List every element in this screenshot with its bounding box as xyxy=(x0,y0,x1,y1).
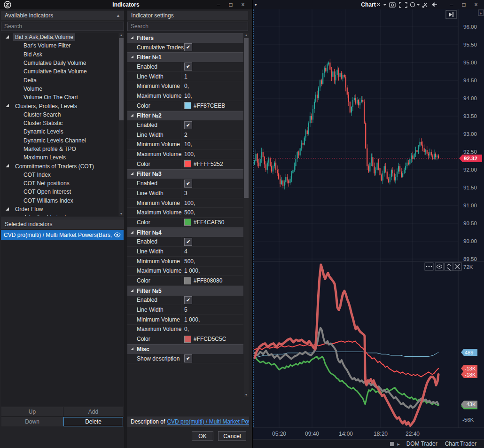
tree-item[interactable]: Maximum Levels xyxy=(1,153,118,162)
scroll-down-icon[interactable]: ▼ xyxy=(119,212,124,216)
setting-value-cell[interactable]: ✔ xyxy=(181,62,243,71)
tree-group[interactable]: Order Flow xyxy=(1,205,118,213)
minimize-icon[interactable]: – xyxy=(445,0,458,9)
setting-value[interactable]: 500, xyxy=(184,258,195,265)
setting-value-cell[interactable]: 1 xyxy=(181,72,243,81)
tree-scrollbar[interactable]: ▲ ▼ xyxy=(119,33,124,216)
settings-group-header[interactable]: Filters xyxy=(127,33,243,43)
setting-value[interactable]: 1 000, xyxy=(184,316,200,323)
chart-titlebar[interactable]: ▾ Chart xyxy=(253,0,484,9)
settings-group-header[interactable]: Misc xyxy=(127,344,243,354)
tree-group[interactable]: Clusters, Profiles, Levels xyxy=(1,102,118,110)
color-swatch[interactable] xyxy=(184,160,191,167)
scroll-down-icon[interactable]: ▼ xyxy=(244,393,249,397)
available-search-input[interactable] xyxy=(1,22,124,31)
checkbox-checked[interactable]: ✔ xyxy=(184,43,192,51)
close-icon[interactable]: × xyxy=(470,0,482,9)
setting-value-cell[interactable]: 5 xyxy=(181,305,243,314)
setting-value-cell[interactable]: 10, xyxy=(181,140,243,149)
tree-item[interactable]: Cumulative Delta Volume xyxy=(1,67,118,76)
add-button[interactable]: Add xyxy=(63,407,123,417)
tree-item[interactable]: Dynamic Levels Channel xyxy=(1,136,118,145)
tree-item[interactable]: COT Williams Index xyxy=(1,196,118,205)
setting-value[interactable]: 0, xyxy=(184,83,189,89)
setting-value-cell[interactable]: 0, xyxy=(181,81,243,91)
visibility-eye-icon[interactable] xyxy=(114,232,121,237)
setting-value-cell[interactable]: 100, xyxy=(181,149,243,159)
tree-item[interactable]: Adaptive big trades xyxy=(1,213,118,216)
collapse-arrow-icon[interactable]: ▲ xyxy=(116,13,120,18)
setting-value-cell[interactable]: 4 xyxy=(181,247,243,256)
setting-value[interactable]: 100, xyxy=(184,151,195,157)
setting-value-cell[interactable]: 2 xyxy=(181,130,243,140)
selected-indicator-item[interactable]: CVD pro(multi) / Multi Market Powers(Bar… xyxy=(1,230,124,240)
price-chart[interactable]: 96.0095.5095.0094.5094.0093.5093.0092.50… xyxy=(253,9,484,440)
setting-value-cell[interactable]: #FF4CAF50 xyxy=(181,218,243,227)
settings-group-header[interactable]: Filter №5 xyxy=(127,286,243,296)
setting-value-cell[interactable]: 0, xyxy=(181,325,243,334)
setting-value[interactable]: 500, xyxy=(184,209,195,216)
tree-item[interactable]: Volume xyxy=(1,85,118,93)
tree-item[interactable]: Volume On The Chart xyxy=(1,93,118,102)
color-swatch[interactable] xyxy=(184,219,191,226)
setting-value-cell[interactable]: #FF87CEEB xyxy=(181,101,243,110)
tree-scroll-thumb[interactable] xyxy=(119,38,124,120)
setting-value[interactable]: 10, xyxy=(184,93,192,99)
scroll-up-icon[interactable]: ▲ xyxy=(119,33,124,38)
setting-value-cell[interactable]: #FFFF5252 xyxy=(181,159,243,169)
settings-group-header[interactable]: Filter №1 xyxy=(127,52,243,62)
settings-group-header[interactable]: Filter №2 xyxy=(127,111,243,121)
setting-value-cell[interactable]: ✔ xyxy=(181,237,243,246)
setting-value[interactable]: 10, xyxy=(184,141,192,148)
settings-group-header[interactable]: Filter №3 xyxy=(127,169,243,179)
up-button[interactable]: Up xyxy=(1,407,63,417)
setting-value[interactable]: 100, xyxy=(184,200,195,206)
maximize-icon[interactable]: □ xyxy=(458,0,470,9)
setting-value-cell[interactable]: #FF808080 xyxy=(181,276,243,285)
tree-item[interactable]: COT Index xyxy=(1,171,118,179)
tree-item[interactable]: Delta xyxy=(1,76,118,84)
delete-button[interactable]: Delete xyxy=(63,417,123,426)
setting-value-cell[interactable]: ✔ xyxy=(181,179,243,188)
color-swatch[interactable] xyxy=(184,102,191,109)
tree-item[interactable]: Dynamic Levels xyxy=(1,127,118,136)
checkbox-checked[interactable]: ✔ xyxy=(184,296,192,304)
checkbox-checked[interactable]: ✔ xyxy=(184,121,192,129)
checkbox-checked[interactable]: ✔ xyxy=(184,238,192,246)
setting-value-cell[interactable]: 10, xyxy=(181,91,243,101)
setting-value-cell[interactable]: ✔ xyxy=(181,43,243,52)
tree-item[interactable]: Market profile & TPO xyxy=(1,145,118,153)
forward-icon[interactable]: ▸ xyxy=(398,441,400,447)
ok-button[interactable]: OK xyxy=(192,431,213,441)
setting-value-cell[interactable]: ✔ xyxy=(181,296,243,305)
setting-value-cell[interactable]: #FFCD5C5C xyxy=(181,334,243,344)
checkbox-checked[interactable]: ✔ xyxy=(184,63,192,71)
tree-group[interactable]: Bid x Ask,Delta,Volume xyxy=(1,33,118,41)
setting-value[interactable]: 1 xyxy=(184,73,187,80)
settings-group-header[interactable]: Filter №4 xyxy=(127,228,243,237)
square-icon[interactable] xyxy=(390,442,394,446)
tree-item[interactable]: Cluster Statistic xyxy=(1,119,118,127)
tree-item[interactable]: Bid Ask xyxy=(1,50,118,59)
down-button[interactable]: Down xyxy=(1,417,63,426)
available-indicators-header[interactable]: Available indicators ▲ xyxy=(1,11,124,20)
setting-value[interactable]: 0, xyxy=(184,326,189,332)
tree-item[interactable]: Cumulative Daily Volume xyxy=(1,59,118,67)
setting-value-cell[interactable]: 1 000, xyxy=(181,315,243,324)
setting-value-cell[interactable]: ✔ xyxy=(181,120,243,130)
chart-toolbar[interactable] xyxy=(375,0,439,9)
settings-scroll-thumb[interactable] xyxy=(244,38,249,198)
setting-value-cell[interactable]: 3 xyxy=(181,189,243,198)
color-swatch[interactable] xyxy=(184,336,191,343)
setting-value-cell[interactable]: 500, xyxy=(181,257,243,266)
setting-value[interactable]: 3 xyxy=(184,190,187,196)
tree-item[interactable]: COT Open Interest xyxy=(1,188,118,196)
setting-value-cell[interactable]: 500, xyxy=(181,208,243,217)
settings-scrollbar[interactable]: ▲ ▼ xyxy=(244,33,249,397)
tree-item[interactable]: Bar's Volume Filter xyxy=(1,41,118,50)
setting-value-cell[interactable]: ✔ xyxy=(181,354,243,363)
settings-search-input[interactable] xyxy=(127,22,248,31)
setting-value[interactable]: 4 xyxy=(184,248,187,255)
color-swatch[interactable] xyxy=(184,277,191,284)
checkbox-checked[interactable]: ✔ xyxy=(184,354,192,362)
